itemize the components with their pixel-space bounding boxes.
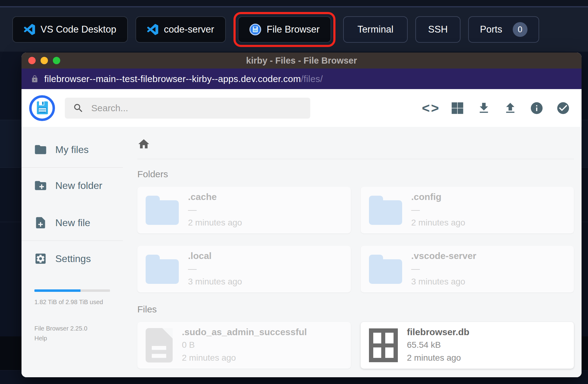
folder-card-local[interactable]: .local — 3 minutes ago <box>137 246 351 292</box>
sidebar-item-label: New file <box>55 217 90 229</box>
item-name: .sudo_as_admin_successful <box>182 327 307 338</box>
sidebar-spacer <box>22 199 123 209</box>
file-browser-button[interactable]: File Browser <box>238 16 331 43</box>
file-card-filebrowser-db[interactable]: filebrowser.db 65.54 kB 2 minutes ago <box>361 322 574 369</box>
item-size: — <box>188 263 242 274</box>
url-bar[interactable]: filebrowser--main--test-filebrowser--kir… <box>22 69 582 89</box>
sidebar-item-settings[interactable]: Settings <box>22 245 123 272</box>
sidebar-item-label: New folder <box>55 180 102 191</box>
download-icon[interactable] <box>477 101 491 115</box>
filebrowser-logo-icon[interactable] <box>29 95 55 121</box>
grid-view-icon[interactable] <box>450 101 465 115</box>
sidebar-divider <box>22 241 123 241</box>
code-server-button[interactable]: code-server <box>135 16 226 43</box>
browser-window: kirby - Files - File Browser filebrowser… <box>22 53 582 377</box>
item-name: .config <box>411 192 465 202</box>
ssh-label: SSH <box>428 24 448 35</box>
sidebar-item-label: My files <box>55 144 88 155</box>
listing-divider <box>137 159 574 159</box>
lock-icon <box>31 75 39 83</box>
item-time: 2 minutes ago <box>407 352 469 363</box>
item-size: 0 B <box>182 339 307 351</box>
close-window-button[interactable] <box>28 57 36 64</box>
sidebar: My files New folder New file Settings 1.… <box>22 127 123 377</box>
ports-count-badge: 0 <box>513 22 527 37</box>
select-all-icon[interactable] <box>556 101 570 115</box>
vscode-icon <box>147 24 158 35</box>
zoom-window-button[interactable] <box>53 57 60 64</box>
file-browser-label: File Browser <box>267 24 319 35</box>
storage-usage-text: 1.82 TiB of 2.98 TiB used <box>34 299 123 306</box>
storage-progress-fill <box>34 289 80 292</box>
sidebar-item-label: Settings <box>55 253 91 264</box>
app-version: File Browser 2.25.0 <box>34 323 123 333</box>
file-browser-icon <box>249 24 261 35</box>
code-server-label: code-server <box>164 24 214 35</box>
item-time: 2 minutes ago <box>411 217 465 228</box>
help-link[interactable]: Help <box>34 333 123 343</box>
search-icon <box>73 103 84 114</box>
item-size: 65.54 kB <box>407 339 469 351</box>
folder-card-cache[interactable]: .cache — 2 minutes ago <box>137 187 351 233</box>
window-titlebar[interactable]: kirby - Files - File Browser <box>22 53 582 69</box>
file-card-sudo-as-admin[interactable]: .sudo_as_admin_successful 0 B 2 minutes … <box>137 322 351 369</box>
terminal-button[interactable]: Terminal <box>343 16 407 43</box>
item-time: 2 minutes ago <box>182 352 307 363</box>
highlight-ring: File Browser <box>233 12 335 47</box>
folder-icon <box>146 255 179 284</box>
home-icon[interactable] <box>137 138 150 151</box>
url-host: filebrowser--main--test-filebrowser--kir… <box>44 74 301 84</box>
item-name: .local <box>188 251 242 261</box>
vscode-desktop-label: VS Code Desktop <box>41 24 116 35</box>
item-time: 3 minutes ago <box>411 276 476 287</box>
filebrowser-body: My files New folder New file Settings 1.… <box>22 127 582 377</box>
storage-usage: 1.82 TiB of 2.98 TiB used <box>22 289 123 306</box>
minimize-window-button[interactable] <box>41 57 48 64</box>
folder-card-vscode-server[interactable]: .vscode-server — 3 minutes ago <box>361 246 574 292</box>
folder-icon <box>34 143 47 156</box>
item-size: — <box>411 204 465 215</box>
terminal-label: Terminal <box>357 24 393 35</box>
sidebar-divider <box>22 167 123 168</box>
url-path: /files/ <box>301 74 323 84</box>
item-name: filebrowser.db <box>407 327 469 338</box>
app-switcher-bar: VS Code Desktop code-server File Browser… <box>0 7 588 52</box>
folders-grid: .cache — 2 minutes ago .config — 2 minut… <box>137 187 574 292</box>
code-icon[interactable]: <> <box>424 101 438 115</box>
window-title: kirby - Files - File Browser <box>246 56 357 66</box>
traffic-lights <box>28 57 60 64</box>
sidebar-item-new-folder[interactable]: New folder <box>22 172 123 199</box>
database-file-icon <box>369 328 398 362</box>
info-icon[interactable] <box>530 101 544 115</box>
new-folder-icon <box>34 179 47 192</box>
folder-icon <box>146 196 179 225</box>
upload-icon[interactable] <box>503 101 517 115</box>
url-text: filebrowser--main--test-filebrowser--kir… <box>44 74 323 84</box>
search-bar[interactable] <box>65 98 310 119</box>
ssh-button[interactable]: SSH <box>415 16 461 43</box>
folder-icon <box>369 255 402 284</box>
item-name: .cache <box>188 192 242 202</box>
ports-label: Ports <box>480 24 502 35</box>
vscode-icon <box>24 24 35 35</box>
ports-button[interactable]: Ports 0 <box>468 16 539 43</box>
item-size: — <box>411 263 476 274</box>
section-title-folders: Folders <box>137 169 574 179</box>
sidebar-item-new-file[interactable]: New file <box>22 209 123 236</box>
item-size: — <box>188 204 242 215</box>
file-listing: Folders .cache — 2 minutes ago <box>123 127 582 377</box>
settings-icon <box>34 252 47 265</box>
item-time: 3 minutes ago <box>188 276 242 287</box>
vscode-desktop-button[interactable]: VS Code Desktop <box>12 16 128 43</box>
folder-card-config[interactable]: .config — 2 minutes ago <box>361 187 574 233</box>
item-time: 2 minutes ago <box>188 217 242 228</box>
desktop-background <box>0 0 588 6</box>
breadcrumb <box>137 137 574 151</box>
header-actions: <> <box>424 101 570 115</box>
files-grid: .sudo_as_admin_successful 0 B 2 minutes … <box>137 322 574 369</box>
sidebar-item-my-files[interactable]: My files <box>22 136 123 163</box>
sidebar-footer: File Browser 2.25.0 Help <box>22 323 123 343</box>
search-input[interactable] <box>91 103 302 114</box>
storage-progress-bar <box>34 289 110 292</box>
item-name: .vscode-server <box>411 251 476 261</box>
